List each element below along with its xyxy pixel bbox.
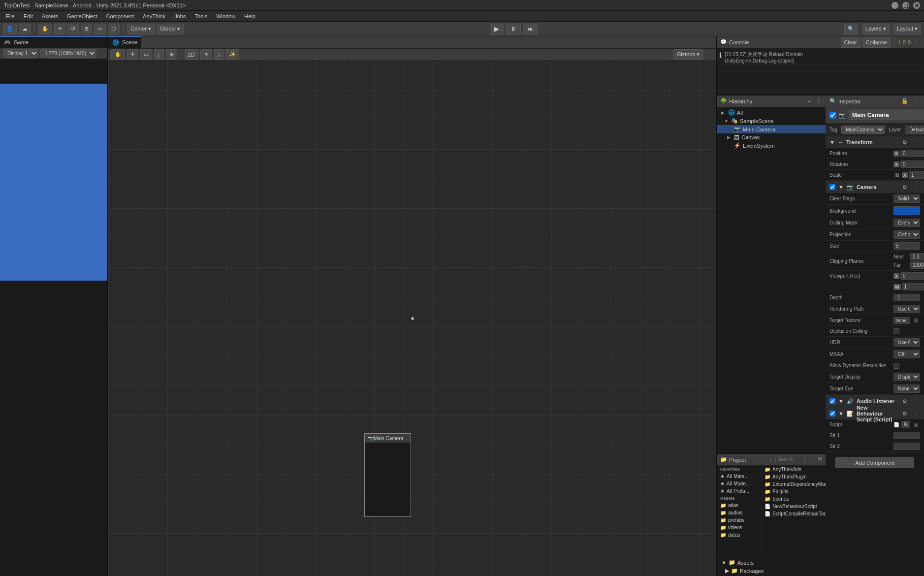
new-behaviour-header[interactable]: ▼ 📝 New Behaviour Script (Script) ⚙ ⋮: [826, 408, 924, 419]
hdr-dropdown[interactable]: Use Graphics Settings: [893, 338, 920, 347]
background-color-swatch[interactable]: [893, 206, 920, 215]
projection-dropdown[interactable]: Orthographic: [893, 230, 920, 239]
audio-listener-more-btn[interactable]: ⋮: [912, 398, 920, 405]
console-collapse-btn[interactable]: Collapse: [862, 37, 891, 48]
transform-settings-btn[interactable]: ⚙: [901, 139, 909, 146]
inspector-more-btn[interactable]: ⋮: [912, 97, 920, 105]
scene-move-btn[interactable]: ✛: [127, 49, 138, 60]
project-add-btn[interactable]: +: [767, 456, 773, 463]
step-button[interactable]: ⏭: [523, 24, 538, 34]
minimize-button[interactable]: _: [892, 2, 898, 9]
script-name-input[interactable]: [901, 421, 910, 428]
rotate-tool[interactable]: ↺: [67, 24, 79, 34]
scene-hand-btn[interactable]: ✋: [111, 49, 125, 60]
menu-edit[interactable]: Edit: [20, 12, 37, 20]
pause-button[interactable]: ⏸: [506, 24, 521, 34]
inspector-lock-btn[interactable]: 🔓: [900, 97, 910, 105]
position-x-input[interactable]: [900, 150, 924, 157]
project-folder-videos[interactable]: 📁 videos: [717, 524, 761, 531]
maximize-button[interactable]: □: [902, 2, 909, 9]
fav-all-prefabs[interactable]: ★ All Prefa...: [717, 487, 761, 495]
scene-more2-btn[interactable]: ⋮: [705, 51, 713, 58]
scale-link-btn[interactable]: ⛓: [893, 172, 901, 178]
menu-file[interactable]: File: [2, 12, 19, 20]
size-input[interactable]: [893, 242, 920, 250]
scene-2d-btn[interactable]: 2D: [185, 49, 198, 60]
menu-jobs[interactable]: Jobs: [170, 12, 190, 20]
layer-dropdown[interactable]: Default: [905, 126, 924, 134]
rendering-path-dropdown[interactable]: Use Graphics Settings: [893, 305, 920, 313]
clear-flags-dropdown[interactable]: Solid Color: [893, 194, 920, 203]
rect-tool[interactable]: ▭: [94, 24, 106, 34]
fav-all-materials[interactable]: ★ All Mate...: [717, 473, 761, 480]
global-button[interactable]: Global ▾: [157, 24, 184, 34]
culling-mask-dropdown[interactable]: Everything: [893, 219, 920, 227]
scene-snap-btn[interactable]: ⊞: [166, 49, 177, 60]
scale-tool[interactable]: ⊞: [81, 24, 92, 34]
hierarchy-add-btn[interactable]: +: [806, 98, 812, 105]
occlusion-culling-checkbox[interactable]: [893, 328, 899, 334]
game-tab[interactable]: 🎮 Game: [0, 36, 107, 48]
layout-dropdown[interactable]: Layout ▾: [893, 24, 921, 34]
project-folder-datas[interactable]: 📁 datas: [717, 531, 761, 539]
audio-listener-active-cb[interactable]: [829, 398, 835, 404]
target-display-dropdown[interactable]: Display 1: [893, 373, 920, 381]
project-item-newbehaviour[interactable]: 📄 NewBehaviourScript: [762, 503, 826, 510]
project-more-btn[interactable]: ⋮: [807, 456, 815, 463]
menu-component[interactable]: Component: [102, 12, 138, 20]
project-search-input[interactable]: [775, 456, 805, 463]
hierarchy-more-btn[interactable]: ⋮: [814, 97, 823, 105]
scene-more-btn[interactable]: ⋮: [708, 36, 716, 48]
hierarchy-item-samplescene[interactable]: ▼ 🎭 SampleScene: [717, 117, 826, 125]
project-item-scenes[interactable]: 📁 Scenes: [762, 495, 826, 503]
camera-settings-btn[interactable]: ⚙: [901, 184, 909, 191]
project-tree-packages[interactable]: ▶ 📁 Packages: [718, 567, 825, 575]
console-entry-1[interactable]: ℹ [21:25:07] 关闭手动 Reload Domain UnityEng…: [719, 50, 922, 65]
menu-anythink[interactable]: AnyThink: [139, 12, 169, 20]
viewport-w-input[interactable]: [902, 283, 924, 290]
transform-header[interactable]: ▼ ↔ Transform ⚙ ⋮: [826, 136, 924, 148]
str1-input[interactable]: [893, 432, 920, 439]
project-tree-assets[interactable]: ▼ 📁 Assets: [718, 558, 825, 567]
msaa-dropdown[interactable]: Off: [893, 350, 920, 358]
console-clear-btn[interactable]: Clear: [841, 37, 860, 48]
account-button[interactable]: 👤: [3, 24, 17, 34]
camera-header[interactable]: ▼ 📷 Camera ⚙ ⋮: [826, 181, 924, 193]
target-texture-input[interactable]: [893, 317, 910, 324]
scene-light-btn[interactable]: ☀: [200, 49, 212, 60]
menu-tools[interactable]: Tools: [191, 12, 211, 20]
project-item-anythinkads[interactable]: 📁 AnyThinkAds: [762, 466, 826, 473]
camera-more-btn[interactable]: ⋮: [912, 184, 920, 191]
project-item-extdep[interactable]: 📁 ExternalDependencyManager: [762, 480, 826, 488]
project-folder-atlas[interactable]: 📁 atlas: [717, 502, 761, 509]
far-input[interactable]: [910, 261, 924, 269]
new-behaviour-more-btn[interactable]: ⋮: [912, 410, 920, 417]
scene-gizmos-btn[interactable]: Gizmos ▾: [673, 49, 703, 60]
hand-tool[interactable]: ✋: [38, 24, 52, 34]
object-active-checkbox[interactable]: [829, 112, 836, 119]
move-tool[interactable]: ✛: [54, 24, 65, 34]
scene-rect-btn[interactable]: ▭: [140, 49, 152, 60]
target-eye-dropdown[interactable]: None (Main Display): [893, 384, 920, 393]
depth-input[interactable]: [893, 294, 920, 301]
menu-help[interactable]: Help: [240, 12, 259, 20]
new-behaviour-settings-btn[interactable]: ⚙: [901, 410, 909, 417]
rotation-x-input[interactable]: [900, 160, 924, 168]
search-button[interactable]: 🔍: [844, 24, 858, 34]
scene-tab[interactable]: 🌐 Scene: [108, 36, 141, 48]
fav-all-models[interactable]: ★ All Mode...: [717, 480, 761, 487]
project-item-anythinkplugin[interactable]: 📁 AnyThinkPlugin: [762, 473, 826, 480]
viewport-x-input[interactable]: [900, 272, 924, 280]
str2-input[interactable]: [893, 443, 920, 450]
console-more-btn[interactable]: ⋮: [913, 38, 921, 46]
scale-x-input[interactable]: [909, 171, 924, 179]
cloud-button[interactable]: ☁: [19, 24, 31, 34]
hierarchy-item-canvas[interactable]: ▶ 🖼 Canvas: [717, 133, 826, 141]
project-folder-prefabs[interactable]: 📁 prefabs: [717, 516, 761, 524]
camera-active-cb[interactable]: [829, 184, 835, 190]
object-name-input[interactable]: Main Camera: [849, 110, 924, 120]
new-behaviour-active-cb[interactable]: [829, 411, 835, 416]
hierarchy-item-maincamera[interactable]: 📷 Main Camera: [717, 125, 826, 133]
hierarchy-item-all[interactable]: ▶ 🌐 All: [717, 108, 826, 117]
display-dropdown[interactable]: Display 1: [3, 49, 38, 58]
